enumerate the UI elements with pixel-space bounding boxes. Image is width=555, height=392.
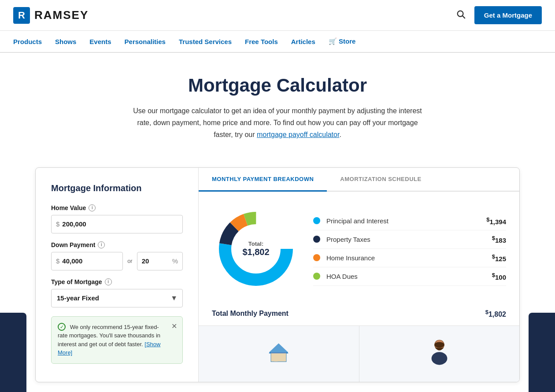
donut-total-value: $1,802 [242,247,269,257]
hoa-dues-dot [313,273,320,280]
mortgage-information-panel: Mortgage Information Home Value i $ Down… [36,168,199,382]
sidebar-item-free-tools[interactable]: Free Tools [245,38,278,45]
home-value-info-icon[interactable]: i [89,204,96,211]
tabs-row: MONTHLY PAYMENT BREAKDOWN AMORTIZATION S… [199,168,519,192]
mortgage-type-info-icon[interactable]: i [105,278,112,285]
sidebar-item-products[interactable]: Products [13,38,42,45]
logo-box: R [13,7,30,24]
page-title: Mortgage Calculator [9,75,546,96]
svg-point-9 [431,352,447,365]
property-taxes-value: $183 [492,235,506,244]
hero-description: Use our mortgage calculator to get an id… [128,105,427,141]
legend-item-principal: Principal and Interest $1,394 [313,212,506,230]
down-payment-pct-input[interactable] [142,257,172,265]
logo-text: RAMSEY [34,8,89,22]
calculator-section: Mortgage Information Home Value i $ Down… [35,167,520,382]
svg-line-1 [462,16,465,18]
home-value-input-wrapper: $ [51,215,183,233]
property-taxes-dot [313,236,320,243]
mortgage-info-title: Mortgage Information [51,183,183,193]
home-value-label: Home Value i [51,204,183,211]
breakdown-content: Total: $1,802 Principal and Interest $1,… [199,192,519,302]
svg-marker-6 [269,343,289,352]
down-payment-input-wrapper: $ [51,252,123,270]
principal-label: Principal and Interest [326,217,486,225]
total-monthly-payment-row: Total Monthly Payment $1,802 [199,302,519,325]
search-button[interactable] [456,9,466,22]
sidebar-item-personalities[interactable]: Personalities [125,38,166,45]
person-icon [425,337,454,371]
bottom-cards [199,325,519,382]
down-payment-row: $ or % [51,252,183,270]
donut-center-label: Total: $1,802 [242,240,269,257]
total-label: Total Monthly Payment [212,310,289,318]
donut-total-label: Total: [242,240,269,247]
property-taxes-label: Property Taxes [326,236,492,243]
down-payment-pct-wrapper: % [137,252,183,270]
down-payment-label: Down Payment i [51,241,183,248]
sidebar-item-trusted-services[interactable]: Trusted Services [179,38,232,45]
legend-item-property-taxes: Property Taxes $183 [313,230,506,249]
payment-legend: Principal and Interest $1,394 Property T… [313,212,506,286]
principal-dot [313,217,320,224]
home-value-input[interactable] [62,220,178,228]
header-right: Get a Mortgage [456,6,542,24]
down-payment-input[interactable] [62,257,118,265]
home-insurance-dot [313,254,320,261]
tab-amortization[interactable]: AMORTIZATION SCHEDULE [327,168,434,192]
down-payment-info-icon[interactable]: i [98,241,105,248]
or-label: or [127,258,133,264]
mortgage-type-select[interactable]: 15-year Fixed 30-year Fixed 10-year Fixe… [51,289,183,307]
recommendation-info-box: We only recommend 15-year fixed-rate mor… [51,316,183,364]
legend-item-hoa-dues: HOA Dues $100 [313,267,506,286]
svg-point-11 [434,342,444,348]
sidebar-item-events[interactable]: Events [89,38,111,45]
svg-rect-5 [271,352,286,362]
check-circle-icon [58,323,66,331]
side-dark-right [529,313,555,392]
logo-area: R RAMSEY [13,7,89,24]
home-insurance-value: $125 [492,253,506,263]
hoa-dues-value: $100 [492,272,506,281]
tab-monthly-payment[interactable]: MONTHLY PAYMENT BREAKDOWN [199,168,327,192]
principal-value: $1,394 [486,216,506,226]
header: R RAMSEY Get a Mortgage [0,0,555,31]
house-card [199,326,359,382]
down-payment-prefix: $ [56,257,59,265]
search-icon [456,9,466,19]
advisor-card [359,326,520,382]
right-panel: MONTHLY PAYMENT BREAKDOWN AMORTIZATION S… [199,168,519,382]
hoa-dues-label: HOA Dues [326,273,492,280]
donut-chart: Total: $1,802 [212,205,300,293]
main-nav: Products Shows Events Personalities Trus… [0,31,555,53]
mortgage-type-label: Type of Mortgage i [51,278,183,285]
sidebar-item-store[interactable]: 🛒 Store [329,37,356,45]
sidebar-item-articles[interactable]: Articles [291,38,315,45]
total-value: $1,802 [485,309,506,318]
close-icon[interactable]: ✕ [171,321,177,332]
home-value-prefix: $ [56,220,59,228]
home-insurance-label: Home Insurance [326,254,492,262]
payoff-calculator-link[interactable]: mortgage payoff calculator [257,131,339,138]
pct-suffix: % [172,257,178,265]
mortgage-type-select-wrapper: 15-year Fixed 30-year Fixed 10-year Fixe… [51,289,183,307]
legend-item-home-insurance: Home Insurance $125 [313,249,506,267]
get-mortgage-button[interactable]: Get a Mortgage [474,6,542,24]
sidebar-item-shows[interactable]: Shows [55,38,76,45]
hero-section: Mortgage Calculator Use our mortgage cal… [0,53,555,154]
side-dark-left [0,313,26,392]
svg-rect-7 [271,352,286,353]
house-icon [266,341,291,367]
